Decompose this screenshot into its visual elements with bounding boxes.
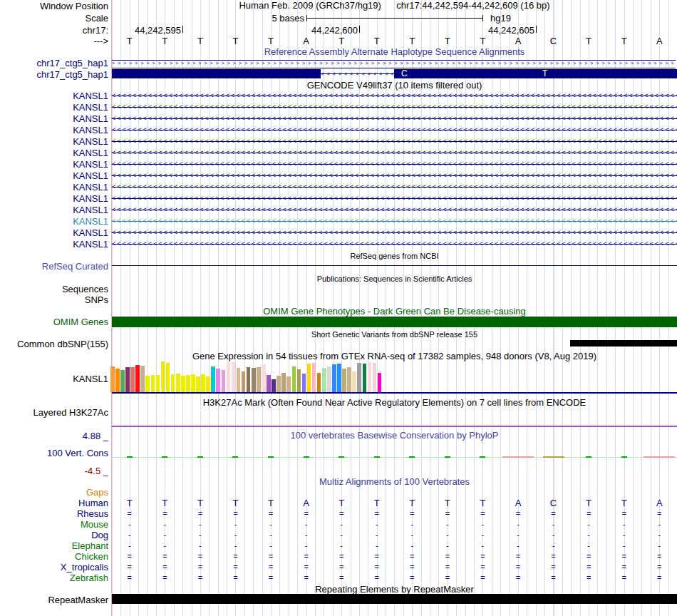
gtex-tissue-bar[interactable] [145, 376, 150, 392]
gtex-tissue-bar[interactable] [201, 374, 205, 392]
gtex-tissue-bar[interactable] [115, 369, 120, 392]
gtex-tissue-bar[interactable] [337, 364, 341, 392]
gencode-gene-label[interactable]: KANSL1 [0, 102, 108, 113]
gtex-tissue-bar[interactable] [151, 375, 155, 392]
gencode-transcript-arrows[interactable]: <<<<<<<<<<<<<<<<<<<<<<<<<<<<<<<<<<<<<<<<… [112, 240, 677, 249]
gtex-tissue-bar[interactable] [186, 375, 190, 392]
gencode-transcript-arrows[interactable]: <<<<<<<<<<<<<<<<<<<<<<<<<<<<<<<<<<<<<<<<… [112, 160, 677, 169]
gtex-tissue-bar[interactable] [191, 374, 195, 392]
gencode-transcript-arrows[interactable]: <<<<<<<<<<<<<<<<<<<<<<<<<<<<<<<<<<<<<<<<… [112, 172, 677, 180]
gtex-tissue-bar[interactable] [312, 363, 316, 392]
gtex-tissue-bar[interactable] [120, 370, 125, 392]
refseq-curated-label[interactable]: RefSeq Curated [0, 261, 108, 272]
gencode-transcript-arrows[interactable]: <<<<<<<<<<<<<<<<<<<<<<<<<<<<<<<<<<<<<<<<… [112, 103, 677, 112]
gtex-tissue-bar[interactable] [342, 369, 346, 392]
gencode-transcript-arrows[interactable]: <<<<<<<<<<<<<<<<<<<<<<<<<<<<<<<<<<<<<<<<… [112, 183, 677, 192]
multiz-species-label[interactable]: Elephant [0, 540, 108, 551]
gencode-transcript-arrows[interactable]: <<<<<<<<<<<<<<<<<<<<<<<<<<<<<<<<<<<<<<<<… [112, 149, 677, 158]
gencode-gene-label[interactable]: KANSL1 [0, 125, 108, 135]
haplotype-intron-arrows[interactable]: <<<<<<<<<<<<<<<< [321, 69, 394, 78]
multiz-species-label[interactable]: Rhesus [0, 508, 108, 519]
gtex-tissue-bar[interactable] [302, 374, 306, 392]
gtex-tissue-bar[interactable] [196, 376, 200, 392]
dbsnp-label[interactable]: Common dbSNP(155) [0, 339, 108, 349]
h3k27ac-label[interactable]: Layered H3K27Ac [0, 407, 108, 418]
gtex-tissue-bar[interactable] [267, 375, 271, 392]
gtex-tissue-bar[interactable] [368, 362, 372, 392]
gtex-tissue-bar[interactable] [125, 367, 130, 392]
gtex-tissue-bar[interactable] [140, 366, 145, 392]
gencode-transcript-arrows[interactable]: <<<<<<<<<<<<<<<<<<<<<<<<<<<<<<<<<<<<<<<<… [112, 229, 677, 237]
h3k27ac-signal-line[interactable] [112, 426, 677, 427]
gencode-transcript-arrows[interactable]: <<<<<<<<<<<<<<<<<<<<<<<<<<<<<<<<<<<<<<<<… [112, 138, 677, 146]
gtex-tissue-bar[interactable] [237, 368, 241, 392]
gtex-tissue-bar[interactable] [176, 374, 180, 392]
gtex-gene-label[interactable]: KANSL1 [0, 374, 108, 384]
gencode-gene-label[interactable]: KANSL1 [0, 193, 108, 204]
gtex-tissue-bar[interactable] [232, 362, 236, 392]
gtex-tissue-bar[interactable] [242, 371, 246, 392]
gtex-tissue-bar[interactable] [327, 366, 331, 392]
gtex-tissue-bar[interactable] [135, 365, 140, 392]
gtex-tissue-bar[interactable] [252, 368, 256, 392]
gtex-tissue-bar[interactable] [247, 367, 251, 392]
haplotype-variant-t[interactable]: T [542, 69, 547, 78]
phylop-label[interactable]: 100 Vert. Cons [0, 448, 108, 458]
gtex-tissue-bar[interactable] [292, 366, 296, 392]
gtex-tissue-bar[interactable] [166, 363, 170, 392]
haplotype-variant-c[interactable]: C [401, 69, 408, 78]
multiz-species-label[interactable]: Mouse [0, 519, 108, 530]
gtex-tissue-bar[interactable] [322, 368, 326, 392]
gencode-gene-label[interactable]: KANSL1 [0, 113, 108, 124]
gencode-gene-label[interactable]: KANSL1 [0, 182, 108, 192]
omim-genes-label[interactable]: OMIM Genes [0, 317, 108, 327]
gtex-expression-chart[interactable] [110, 361, 384, 392]
haplotype-exon-left[interactable] [112, 69, 321, 78]
gtex-tissue-bar[interactable] [277, 376, 281, 392]
gencode-transcript-arrows[interactable]: <<<<<<<<<<<<<<<<<<<<<<<<<<<<<<<<<<<<<<<<… [112, 217, 677, 226]
multiz-species-label[interactable]: Dog [0, 530, 108, 540]
gencode-gene-label[interactable]: KANSL1 [0, 148, 108, 158]
haplotype-row2-label[interactable]: chr17_ctg5_hap1 [0, 69, 108, 80]
gtex-tissue-bar[interactable] [378, 373, 382, 392]
gtex-tissue-bar[interactable] [317, 373, 321, 392]
refseq-gene-line[interactable] [112, 265, 677, 266]
gtex-tissue-bar[interactable] [130, 367, 135, 392]
gencode-transcript-arrows[interactable]: <<<<<<<<<<<<<<<<<<<<<<<<<<<<<<<<<<<<<<<<… [112, 126, 677, 135]
gencode-gene-label[interactable]: KANSL1 [0, 205, 108, 215]
gtex-tissue-bar[interactable] [307, 364, 311, 392]
gtex-tissue-bar[interactable] [257, 367, 261, 392]
gencode-gene-label[interactable]: KANSL1 [0, 216, 108, 227]
gtex-tissue-bar[interactable] [181, 376, 185, 392]
gencode-gene-label[interactable]: KANSL1 [0, 136, 108, 147]
multiz-species-label[interactable]: Zebrafish [0, 573, 108, 583]
gtex-tissue-bar[interactable] [110, 366, 115, 392]
gtex-tissue-bar[interactable] [161, 361, 165, 392]
gencode-gene-label[interactable]: KANSL1 [0, 227, 108, 238]
repeatmasker-label[interactable]: RepeatMasker [0, 595, 108, 605]
gencode-gene-label[interactable]: KANSL1 [0, 170, 108, 181]
repeatmasker-bar[interactable] [112, 594, 677, 604]
gtex-tissue-bar[interactable] [272, 379, 276, 392]
snps-label[interactable]: SNPs [0, 294, 108, 305]
gencode-gene-label[interactable]: KANSL1 [0, 239, 108, 250]
gencode-transcript-arrows[interactable]: <<<<<<<<<<<<<<<<<<<<<<<<<<<<<<<<<<<<<<<<… [112, 92, 677, 101]
haplotype-exon-right[interactable] [394, 69, 677, 78]
gtex-tissue-bar[interactable] [281, 373, 286, 392]
gtex-tissue-bar[interactable] [297, 369, 301, 392]
gtex-tissue-bar[interactable] [373, 363, 377, 392]
gtex-tissue-bar[interactable] [262, 364, 266, 392]
gtex-tissue-bar[interactable] [211, 366, 215, 392]
gtex-tissue-bar[interactable] [286, 376, 291, 392]
gtex-tissue-bar[interactable] [347, 367, 351, 392]
multiz-species-label[interactable]: X_tropicalis [0, 562, 108, 573]
dbsnp-variant-bar[interactable] [570, 340, 677, 346]
haplotype-chevron-band[interactable]: >>>>>>>>>>>>>>>>>>>>>>>>>>>>>>>>>>>>>>>>… [112, 60, 676, 68]
gtex-tissue-bar[interactable] [357, 363, 361, 392]
gtex-tissue-bar[interactable] [332, 364, 336, 392]
multiz-gaps-label[interactable]: Gaps [0, 487, 108, 498]
gtex-tissue-bar[interactable] [156, 375, 160, 392]
gencode-transcript-arrows[interactable]: <<<<<<<<<<<<<<<<<<<<<<<<<<<<<<<<<<<<<<<<… [112, 206, 677, 215]
gencode-transcript-arrows[interactable]: <<<<<<<<<<<<<<<<<<<<<<<<<<<<<<<<<<<<<<<<… [112, 115, 677, 123]
gtex-tissue-bar[interactable] [216, 369, 220, 392]
